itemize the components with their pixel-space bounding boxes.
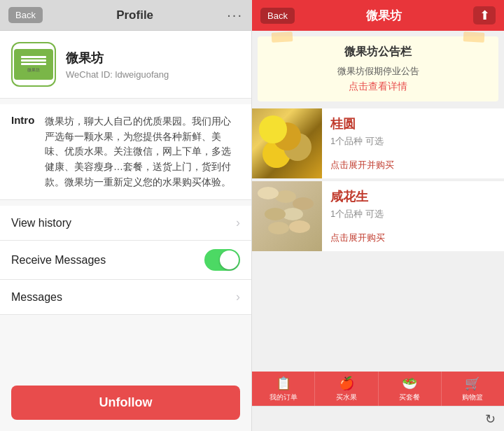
cart-label: 购物篮 <box>462 393 483 402</box>
share-button[interactable]: ⬆ <box>473 6 496 24</box>
tab-cart[interactable]: 🛒 购物篮 <box>442 372 504 406</box>
right-panel: Back 微果坊 ⬆ 微果坊公告栏 微果坊假期停业公告 点击查看详情 桂圆 1个… <box>252 0 504 431</box>
tape-left <box>272 31 293 43</box>
peanut-image-graphic <box>252 181 322 251</box>
avatar-graphic: 微果坊 <box>14 49 53 80</box>
profile-header: 微果坊 微果坊 WeChat ID: ldweiguofang <box>0 31 251 99</box>
avatar-bar-2 <box>21 59 46 62</box>
intro-section: Intro 微果坊，聊大人自己的优质果园。我们用心严选每一颗水果，为您提供各种新… <box>0 104 251 200</box>
tab-buy-fruit[interactable]: 🍎 买水果 <box>315 372 378 406</box>
left-nav: Back Profile ··· <box>0 0 251 31</box>
buy-meal-icon: 🥗 <box>402 376 417 391</box>
tab-buy-meal[interactable]: 🥗 买套餐 <box>379 372 442 406</box>
announcement-link[interactable]: 点击查看详情 <box>267 80 489 93</box>
unfollow-button[interactable]: Unfollow <box>11 386 240 420</box>
product-variety-guiyuan: 1个品种 可选 <box>330 135 496 148</box>
my-orders-label: 我的订单 <box>270 393 298 402</box>
avatar-bar-1 <box>21 56 46 58</box>
product-name-peanut: 咸花生 <box>330 188 496 205</box>
bottom-tabs: 📋 我的订单 🍎 买水果 🥗 买套餐 🛒 购物篮 <box>252 372 504 406</box>
avatar-text: 微果坊 <box>27 67 40 73</box>
chevron-right-icon-2: › <box>236 290 240 304</box>
more-button[interactable]: ··· <box>227 7 243 23</box>
my-orders-icon: 📋 <box>276 376 291 391</box>
profile-info: 微果坊 WeChat ID: ldweiguofang <box>66 50 169 80</box>
product-action-guiyuan[interactable]: 点击展开并购买 <box>330 159 496 171</box>
buy-fruit-label: 买水果 <box>336 393 357 402</box>
product-image-guiyuan <box>252 108 322 178</box>
left-nav-title: Profile <box>116 8 153 22</box>
view-history-row[interactable]: View history › <box>0 206 251 241</box>
receive-messages-toggle[interactable] <box>204 249 240 271</box>
receive-messages-row: Receive Messages <box>0 241 251 280</box>
intro-text: 微果坊，聊大人自己的优质果园。我们用心严选每一颗水果，为您提供各种新鲜、美味、优… <box>45 114 240 190</box>
intro-label: Intro <box>11 114 38 190</box>
product-card-peanut[interactable]: 咸花生 1个品种 可选 点击展开购买 <box>252 181 504 251</box>
product-info-peanut: 咸花生 1个品种 可选 点击展开购买 <box>322 181 504 251</box>
guiyuan-image-graphic <box>252 108 322 178</box>
tab-my-orders[interactable]: 📋 我的订单 <box>252 372 315 406</box>
right-nav: Back 微果坊 ⬆ <box>252 0 504 31</box>
product-variety-peanut: 1个品种 可选 <box>330 208 496 220</box>
chevron-right-icon: › <box>236 216 240 230</box>
right-bottom-bar: ↻ <box>252 406 504 431</box>
avatar-bar-3 <box>21 63 46 65</box>
left-back-button[interactable]: Back <box>8 7 43 23</box>
share-icon: ⬆ <box>479 8 490 23</box>
announcement-subtitle: 微果坊假期停业公告 <box>267 65 489 78</box>
right-back-button[interactable]: Back <box>260 8 295 24</box>
buy-fruit-icon: 🍎 <box>339 376 354 391</box>
messages-label: Messages <box>11 291 62 304</box>
right-nav-title: 微果坊 <box>366 8 402 24</box>
receive-messages-label: Receive Messages <box>11 254 106 267</box>
messages-row[interactable]: Messages › <box>0 280 251 315</box>
product-card-guiyuan[interactable]: 桂圆 1个品种 可选 点击展开并购买 <box>252 108 504 178</box>
cart-icon: 🛒 <box>465 376 480 391</box>
view-history-label: View history <box>11 217 71 229</box>
product-info-guiyuan: 桂圆 1个品种 可选 点击展开并购买 <box>322 108 504 178</box>
left-panel: Back Profile ··· 微果坊 微果坊 WeChat ID: ldwe… <box>0 0 252 431</box>
product-action-peanut[interactable]: 点击展开购买 <box>330 232 496 244</box>
refresh-button[interactable]: ↻ <box>485 411 496 427</box>
avatar: 微果坊 <box>11 42 56 87</box>
profile-name: 微果坊 <box>66 50 169 66</box>
announcement-card: 微果坊公告栏 微果坊假期停业公告 点击查看详情 <box>258 36 498 101</box>
buy-meal-label: 买套餐 <box>399 393 420 402</box>
profile-wechat-id: WeChat ID: ldweiguofang <box>66 69 169 80</box>
product-image-peanut <box>252 181 322 251</box>
tape-right <box>463 31 485 43</box>
announcement-title: 微果坊公告栏 <box>267 45 489 59</box>
product-name-guiyuan: 桂圆 <box>330 115 496 132</box>
toggle-knob <box>220 250 239 269</box>
